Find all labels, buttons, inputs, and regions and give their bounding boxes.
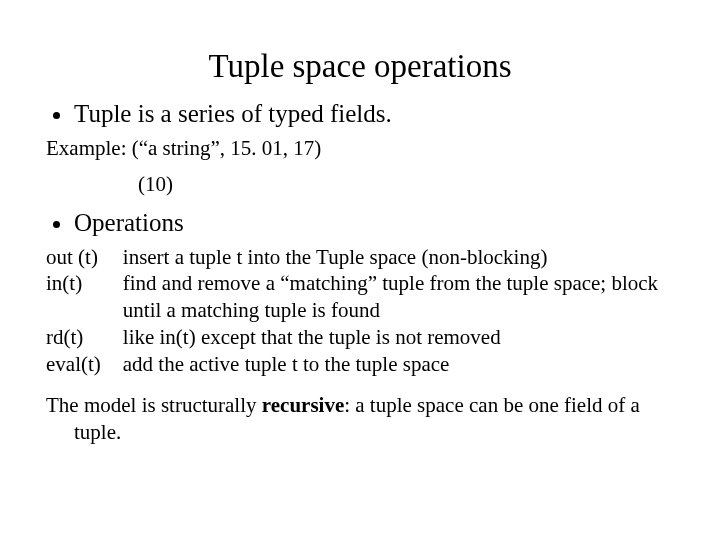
bullet-tuple-def: Tuple is a series of typed fields. xyxy=(74,99,674,129)
op-eval-desc: add the active tuple t to the tuple spac… xyxy=(123,351,674,378)
table-row: eval(t) add the active tuple t to the tu… xyxy=(46,351,674,378)
op-rd-name: rd(t) xyxy=(46,324,123,351)
closing-bold: recursive xyxy=(262,393,344,417)
operations-table: out (t) insert a tuple t into the Tuple … xyxy=(46,244,674,378)
bullet-operations: Operations xyxy=(74,208,674,238)
closing-text: The model is structurally recursive: a t… xyxy=(46,392,674,446)
slide-title: Tuple space operations xyxy=(46,48,674,85)
table-row: out (t) insert a tuple t into the Tuple … xyxy=(46,244,674,271)
bullet-list-2: Operations xyxy=(46,208,674,238)
op-in-name: in(t) xyxy=(46,270,123,324)
op-in-desc: find and remove a “matching” tuple from … xyxy=(123,270,674,324)
table-row: rd(t) like in(t) except that the tuple i… xyxy=(46,324,674,351)
op-eval-name: eval(t) xyxy=(46,351,123,378)
op-rd-desc: like in(t) except that the tuple is not … xyxy=(123,324,674,351)
bullet-list: Tuple is a series of typed fields. xyxy=(46,99,674,129)
op-out-desc: insert a tuple t into the Tuple space (n… xyxy=(123,244,674,271)
op-out-name: out (t) xyxy=(46,244,123,271)
table-row: in(t) find and remove a “matching” tuple… xyxy=(46,270,674,324)
slide: Tuple space operations Tuple is a series… xyxy=(0,0,720,540)
example-line-1: Example: (“a string”, 15. 01, 17) xyxy=(46,135,674,161)
example-line-2: (10) xyxy=(138,171,674,197)
closing-pre: The model is structurally xyxy=(46,393,262,417)
